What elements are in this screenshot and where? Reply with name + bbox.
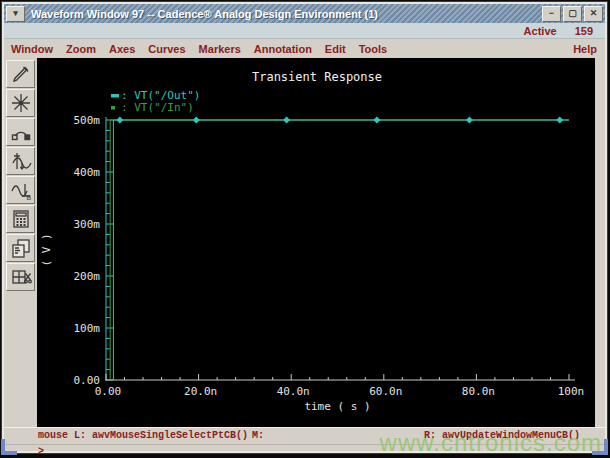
watermark-text: www.cntronics.com [380, 429, 602, 457]
mouse-middle-binding: M: [252, 430, 264, 441]
zoom-fit-button[interactable] [6, 89, 35, 117]
copy-window-icon [10, 237, 32, 259]
window-title: Waveform Window 97 -- Cadence® Analog De… [27, 8, 540, 20]
probe-icon [10, 121, 32, 143]
transient-response-chart: 0.00100m200m300m400m500m0.0020.0n40.0n60… [37, 58, 595, 427]
svg-text:100m: 100m [74, 322, 101, 335]
mouse-left-binding: mouse L: awvMouseSingleSelectPtCB() [38, 430, 248, 441]
svg-text:400m: 400m [74, 166, 101, 179]
calc-wave-button[interactable]: B [6, 176, 35, 204]
title-bar[interactable]: ▾ Waveform Window 97 -- Cadence® Analog … [4, 4, 605, 23]
svg-text:( V ): ( V ) [40, 233, 53, 266]
prompt-symbol: > [38, 446, 44, 457]
resize-handle-bottom-right[interactable] [592, 439, 608, 455]
calculator-icon [10, 208, 32, 230]
calc-wave-icon: B [10, 179, 32, 201]
svg-text:100n: 100n [558, 385, 585, 398]
menu-window[interactable]: Window [11, 43, 53, 55]
minimize-icon: − [549, 9, 554, 18]
menu-edit[interactable]: Edit [325, 43, 346, 55]
split-window-button[interactable] [6, 263, 35, 291]
probe-button[interactable] [6, 118, 35, 146]
chevron-down-icon: ▾ [13, 9, 18, 18]
menu-bar: Window Zoom Axes Curves Markers Annotati… [4, 39, 605, 58]
svg-text:200m: 200m [74, 270, 101, 283]
sweep-wave-button[interactable] [6, 147, 35, 175]
main-content: B [4, 58, 605, 427]
svg-text:Transient Response: Transient Response [252, 70, 382, 84]
close-button[interactable]: ✕ [584, 6, 603, 22]
menu-curves[interactable]: Curves [148, 43, 185, 55]
split-window-icon [10, 266, 32, 288]
menu-annotation[interactable]: Annotation [254, 43, 312, 55]
svg-text:80.0n: 80.0n [462, 385, 495, 398]
svg-text:: VT("/In"): : VT("/In") [121, 101, 194, 114]
active-count: 159 [575, 25, 593, 37]
application-window: ▾ Waveform Window 97 -- Cadence® Analog … [2, 2, 607, 453]
menu-help[interactable]: Help [573, 43, 597, 55]
left-toolbar: B [4, 58, 37, 427]
zoom-fit-icon [10, 92, 32, 114]
svg-text:B: B [26, 194, 31, 201]
maximize-icon: ▢ [568, 9, 577, 18]
pen-icon [10, 63, 32, 85]
svg-text:500m: 500m [74, 114, 101, 127]
calculator-button[interactable] [6, 205, 35, 233]
copy-window-button[interactable] [6, 234, 35, 262]
minimize-button[interactable]: − [542, 6, 561, 22]
resize-handle-bottom-left[interactable] [1, 439, 17, 455]
svg-text:40.0n: 40.0n [277, 385, 310, 398]
svg-text:300m: 300m [74, 218, 101, 231]
waveform-canvas[interactable]: 0.00100m200m300m400m500m0.0020.0n40.0n60… [37, 58, 595, 427]
svg-text:time ( s ): time ( s ) [304, 400, 370, 413]
menu-markers[interactable]: Markers [199, 43, 241, 55]
menu-zoom[interactable]: Zoom [66, 43, 96, 55]
svg-text:20.0n: 20.0n [184, 385, 217, 398]
close-icon: ✕ [590, 9, 598, 18]
waveform-window-screenshot: ▾ Waveform Window 97 -- Cadence® Analog … [0, 0, 610, 458]
pen-tool-button[interactable] [6, 60, 35, 88]
svg-text:0.00: 0.00 [95, 385, 122, 398]
sweep-wave-icon [10, 150, 32, 172]
active-label: Active [524, 25, 557, 37]
maximize-button[interactable]: ▢ [563, 6, 582, 22]
svg-text:60.0n: 60.0n [369, 385, 402, 398]
window-menu-button[interactable]: ▾ [6, 6, 25, 22]
menu-tools[interactable]: Tools [359, 43, 388, 55]
active-status-row: Active 159 [4, 23, 605, 39]
menu-axes[interactable]: Axes [109, 43, 135, 55]
